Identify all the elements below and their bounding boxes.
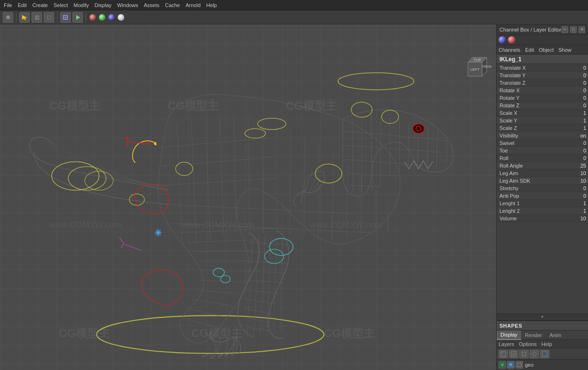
- channel-row-11[interactable]: Toe0: [497, 147, 588, 154]
- shape-tool-5[interactable]: [540, 350, 549, 358]
- channel-row-6[interactable]: Scale X1: [497, 109, 588, 117]
- channel-row-7[interactable]: Scale Y1: [497, 117, 588, 124]
- channel-value-10[interactable]: 0: [564, 140, 588, 146]
- channel-value-1[interactable]: 0: [564, 72, 588, 78]
- channel-value-4[interactable]: 0: [564, 95, 588, 101]
- menu-display[interactable]: Display: [95, 2, 112, 8]
- restore-button[interactable]: □: [570, 26, 577, 33]
- channel-row-15[interactable]: Leg Aim SDK10: [497, 177, 588, 185]
- menu-modify[interactable]: Modify: [73, 2, 89, 8]
- color-sphere-red[interactable]: [89, 14, 96, 21]
- toolbar-lasso-btn[interactable]: ◫: [32, 12, 42, 23]
- menu-channels[interactable]: Channels: [499, 47, 520, 53]
- menu-show[interactable]: Show: [558, 47, 572, 53]
- channel-row-17[interactable]: Anti Pop0: [497, 192, 588, 200]
- view-cube[interactable]: TOP LEFT FRONT: [459, 53, 491, 86]
- channel-value-14[interactable]: 10: [564, 170, 588, 176]
- tab-display[interactable]: Display: [497, 330, 521, 340]
- channel-value-9[interactable]: on: [564, 133, 588, 138]
- channel-row-18[interactable]: Lenght 11: [497, 200, 588, 207]
- shapes-menu-options[interactable]: Options: [519, 341, 537, 347]
- color-sphere-green[interactable]: [99, 14, 105, 21]
- channel-row-9[interactable]: Visibilityon: [497, 132, 588, 139]
- color-sphere-blue[interactable]: [108, 14, 115, 21]
- menu-cache[interactable]: Cache: [165, 2, 180, 8]
- shapes-menu-help[interactable]: Help: [541, 341, 552, 347]
- channel-row-12[interactable]: Roll0: [497, 154, 588, 162]
- channel-row-16[interactable]: Stretchy0: [497, 185, 588, 192]
- color-sphere-white[interactable]: [118, 14, 124, 21]
- menu-arnold[interactable]: Arnold: [185, 2, 201, 8]
- toolbar-paint-btn[interactable]: ⬚: [44, 12, 54, 23]
- svg-text:www.CGMXW.com: www.CGMXW.com: [309, 220, 382, 230]
- main-layout: CG模型主 CG模型主 CG模型主 www.CGMXW.com www.CGMX…: [0, 24, 588, 370]
- minimize-button[interactable]: ─: [562, 26, 568, 33]
- channel-value-12[interactable]: 0: [564, 155, 588, 161]
- channel-row-3[interactable]: Rotate X0: [497, 87, 588, 94]
- svg-point-53: [416, 126, 421, 131]
- channel-value-15[interactable]: 10: [564, 178, 588, 184]
- menu-select[interactable]: Select: [54, 2, 68, 8]
- toolbar-sep-3: [86, 13, 86, 22]
- channel-row-2[interactable]: Translate Z0: [497, 79, 588, 87]
- channel-value-20[interactable]: 10: [564, 216, 588, 221]
- svg-point-125: [512, 353, 515, 355]
- shapes-menu-layers[interactable]: Layers: [499, 341, 514, 347]
- menu-windows[interactable]: Windows: [117, 2, 138, 8]
- menu-edit[interactable]: Edit: [18, 2, 27, 8]
- shape-tool-r[interactable]: [509, 350, 518, 358]
- viewport[interactable]: CG模型主 CG模型主 CG模型主 www.CGMXW.com www.CGMX…: [0, 24, 496, 370]
- channel-value-6[interactable]: 1: [564, 110, 588, 116]
- channel-name-12: Roll: [497, 155, 564, 161]
- shape-badge-box[interactable]: [516, 361, 523, 369]
- channel-name-19: Lenght 2: [497, 208, 564, 214]
- channel-row-5[interactable]: Rotate Z0: [497, 102, 588, 109]
- channel-icon-1[interactable]: [499, 36, 506, 44]
- channel-row-8[interactable]: Scale Z1: [497, 124, 588, 132]
- channel-value-8[interactable]: 1: [564, 125, 588, 131]
- channel-value-2[interactable]: 0: [564, 80, 588, 86]
- shape-badge-v[interactable]: V: [499, 361, 506, 369]
- channel-row-19[interactable]: Lenght 21: [497, 207, 588, 215]
- channel-value-11[interactable]: 0: [564, 148, 588, 153]
- menu-file[interactable]: File: [4, 2, 12, 8]
- main-toolbar: ⊞ ◫ ⬚: [0, 10, 588, 24]
- channel-value-19[interactable]: 1: [564, 208, 588, 214]
- toolbar-select-btn[interactable]: [19, 12, 30, 23]
- channel-list[interactable]: Translate X0Translate Y0Translate Z0Rota…: [497, 64, 588, 314]
- shape-tool-v[interactable]: [499, 350, 508, 358]
- shape-tool-square[interactable]: [519, 350, 529, 358]
- menu-edit[interactable]: Edit: [525, 47, 534, 53]
- menu-help[interactable]: Help: [206, 2, 217, 8]
- channel-row-4[interactable]: Rotate Y0: [497, 94, 588, 102]
- channel-row-10[interactable]: Swivel0: [497, 139, 588, 147]
- menu-create[interactable]: Create: [32, 2, 48, 8]
- toolbar-render-btn[interactable]: [72, 12, 83, 23]
- menu-object[interactable]: Object: [539, 47, 554, 53]
- svg-point-93: [269, 238, 293, 255]
- channel-value-17[interactable]: 0: [564, 193, 588, 199]
- channel-row-20[interactable]: Volume10: [497, 215, 588, 222]
- toolbar-snap-btn[interactable]: [60, 12, 71, 23]
- menu-assets[interactable]: Assets: [144, 2, 159, 8]
- svg-text:www.CGMXW.com: www.CGMXW.com: [49, 220, 121, 230]
- channel-row-0[interactable]: Translate X0: [497, 64, 588, 72]
- close-button[interactable]: ✕: [579, 26, 585, 33]
- toolbar-mode-btn[interactable]: ⊞: [3, 12, 13, 23]
- channel-value-13[interactable]: 25: [564, 163, 588, 169]
- channel-row-13[interactable]: Roll Angle25: [497, 162, 588, 169]
- channel-row-14[interactable]: Leg Aim10: [497, 169, 588, 177]
- scroll-down-arrow[interactable]: ▼: [497, 314, 588, 320]
- channel-row-1[interactable]: Translate Y0: [497, 72, 588, 79]
- shape-badge-r[interactable]: R: [507, 361, 515, 369]
- tab-anim[interactable]: Anim: [546, 330, 565, 340]
- channel-value-16[interactable]: 0: [564, 185, 588, 191]
- channel-value-3[interactable]: 0: [564, 88, 588, 93]
- shape-tool-4[interactable]: [530, 350, 539, 358]
- channel-value-5[interactable]: 0: [564, 103, 588, 108]
- channel-icon-2[interactable]: [508, 36, 516, 44]
- tab-render[interactable]: Render: [521, 330, 546, 340]
- channel-value-0[interactable]: 0: [564, 65, 588, 71]
- channel-value-7[interactable]: 1: [564, 118, 588, 123]
- channel-value-18[interactable]: 1: [564, 201, 588, 206]
